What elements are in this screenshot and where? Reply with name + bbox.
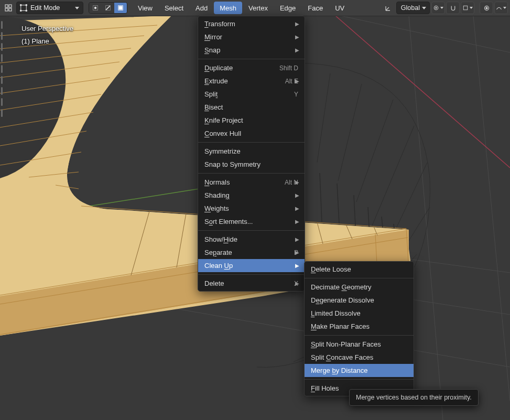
overlay-object: (1) Plane bbox=[21, 37, 49, 45]
svg-line-5 bbox=[473, 16, 510, 401]
svg-rect-61 bbox=[463, 6, 468, 10]
mesh-menu-item-symmetrize[interactable]: Symmetrize bbox=[198, 145, 305, 158]
cleanup-item-merge-by-distance[interactable]: Merge by Distance bbox=[305, 364, 414, 377]
viewport-header: Edit Mode ViewSelectAddMeshVertexEdgeFac… bbox=[0, 0, 510, 16]
cleanup-submenu: Delete LooseDecimate GeometryDegenerate … bbox=[304, 261, 414, 396]
svg-line-9 bbox=[317, 73, 330, 163]
proportional-options[interactable] bbox=[494, 2, 508, 14]
menu-select[interactable]: Select bbox=[159, 2, 189, 14]
mode-select[interactable]: Edit Mode bbox=[16, 2, 83, 14]
mesh-menu-item-knife-project[interactable]: Knife Project bbox=[198, 114, 305, 127]
editor-type-icon[interactable] bbox=[2, 2, 15, 14]
svg-line-41 bbox=[368, 207, 369, 227]
svg-line-39 bbox=[337, 184, 339, 223]
svg-point-51 bbox=[20, 10, 21, 12]
snap-options[interactable] bbox=[461, 2, 474, 14]
svg-line-43 bbox=[394, 224, 394, 229]
orientation-label: Global bbox=[401, 4, 420, 12]
svg-rect-45 bbox=[9, 5, 12, 7]
mesh-menu-item-bisect[interactable]: Bisect bbox=[198, 101, 305, 114]
toolbar-left bbox=[1, 18, 3, 420]
svg-line-3 bbox=[341, 16, 510, 52]
svg-line-40 bbox=[354, 195, 355, 225]
proportional-toggle[interactable] bbox=[480, 2, 493, 14]
snap-toggle[interactable] bbox=[446, 2, 460, 14]
mesh-menu-item-normals[interactable]: NormalsAlt N▶ bbox=[198, 176, 305, 189]
select-mode-edge[interactable] bbox=[102, 3, 114, 13]
tooltip: Merge vertices based on their proximity. bbox=[349, 389, 479, 406]
select-mode-face[interactable] bbox=[114, 3, 127, 13]
svg-line-10 bbox=[338, 84, 362, 181]
menu-edge[interactable]: Edge bbox=[274, 2, 301, 14]
orientation-select[interactable]: Global bbox=[396, 2, 430, 14]
mesh-menu-item-extrude[interactable]: ExtrudeAlt E▶ bbox=[198, 74, 305, 88]
svg-rect-48 bbox=[21, 5, 27, 11]
cleanup-item-limited-dissolve[interactable]: Limited Dissolve bbox=[305, 307, 414, 320]
menu-view[interactable]: View bbox=[132, 2, 158, 14]
svg-point-53 bbox=[94, 7, 96, 9]
svg-line-38 bbox=[320, 173, 322, 222]
menu-vertex[interactable]: Vertex bbox=[243, 2, 274, 14]
cleanup-item-degenerate-dissolve[interactable]: Degenerate Dissolve bbox=[305, 294, 414, 307]
svg-rect-57 bbox=[119, 6, 123, 10]
mesh-menu-item-transform[interactable]: Transform▶ bbox=[198, 17, 305, 30]
menu-face[interactable]: Face bbox=[302, 2, 329, 14]
mesh-menu-item-weights[interactable]: Weights▶ bbox=[198, 202, 305, 215]
mesh-menu-item-clean-up[interactable]: Clean Up▶ bbox=[198, 259, 305, 272]
cleanup-item-split-non-planar-faces[interactable]: Split Non-Planar Faces bbox=[305, 338, 414, 351]
svg-rect-44 bbox=[5, 5, 8, 7]
menu-uv[interactable]: UV bbox=[329, 2, 350, 14]
svg-point-52 bbox=[26, 10, 27, 12]
mode-label: Edit Mode bbox=[30, 4, 60, 12]
mesh-menu-item-sort-elements[interactable]: Sort Elements...▶ bbox=[198, 215, 305, 228]
mesh-menu-item-duplicate[interactable]: DuplicateShift D bbox=[198, 61, 305, 74]
menu-add[interactable]: Add bbox=[190, 2, 213, 14]
mesh-menu-item-shading[interactable]: Shading▶ bbox=[198, 189, 305, 202]
pivot-button[interactable] bbox=[431, 2, 445, 14]
svg-line-42 bbox=[382, 217, 383, 228]
mesh-menu-item-separate[interactable]: SeparateP▶ bbox=[198, 246, 305, 259]
svg-line-55 bbox=[106, 6, 111, 10]
svg-point-63 bbox=[485, 7, 487, 8]
mesh-menu-item-convex-hull[interactable]: Convex Hull bbox=[198, 127, 305, 140]
svg-point-50 bbox=[26, 4, 27, 6]
mesh-menu-item-snap-to-symmetry[interactable]: Snap to Symmetry bbox=[198, 158, 305, 171]
mesh-menu-dropdown: Transform▶Mirror▶Snap▶DuplicateShift DEx… bbox=[198, 16, 305, 292]
cleanup-item-split-concave-faces[interactable]: Split Concave Faces bbox=[305, 351, 414, 364]
mesh-menu-item-split[interactable]: SplitY bbox=[198, 88, 305, 101]
cleanup-item-make-planar-faces[interactable]: Make Planar Faces bbox=[305, 320, 414, 333]
mesh-menu-item-snap[interactable]: Snap▶ bbox=[198, 44, 305, 57]
select-mode-vertex[interactable] bbox=[89, 3, 102, 13]
orientation-icon[interactable] bbox=[382, 2, 395, 14]
mesh-menu-item-delete[interactable]: DeleteX▶ bbox=[198, 277, 305, 290]
cleanup-item-decimate-geometry[interactable]: Decimate Geometry bbox=[305, 281, 414, 294]
svg-line-11 bbox=[356, 100, 393, 202]
svg-point-60 bbox=[436, 7, 437, 8]
svg-rect-46 bbox=[5, 8, 8, 11]
select-mode-group bbox=[89, 2, 127, 14]
mesh-menu-item-show-hide[interactable]: Show/Hide▶ bbox=[198, 233, 305, 246]
overlay-perspective: User Perspective bbox=[21, 25, 73, 33]
menu-mesh[interactable]: Mesh bbox=[214, 2, 242, 14]
svg-rect-47 bbox=[9, 8, 12, 11]
cleanup-item-delete-loose[interactable]: Delete Loose bbox=[305, 263, 414, 276]
svg-point-49 bbox=[20, 4, 21, 6]
svg-line-7 bbox=[335, 16, 510, 168]
mesh-menu-item-mirror[interactable]: Mirror▶ bbox=[198, 30, 305, 44]
